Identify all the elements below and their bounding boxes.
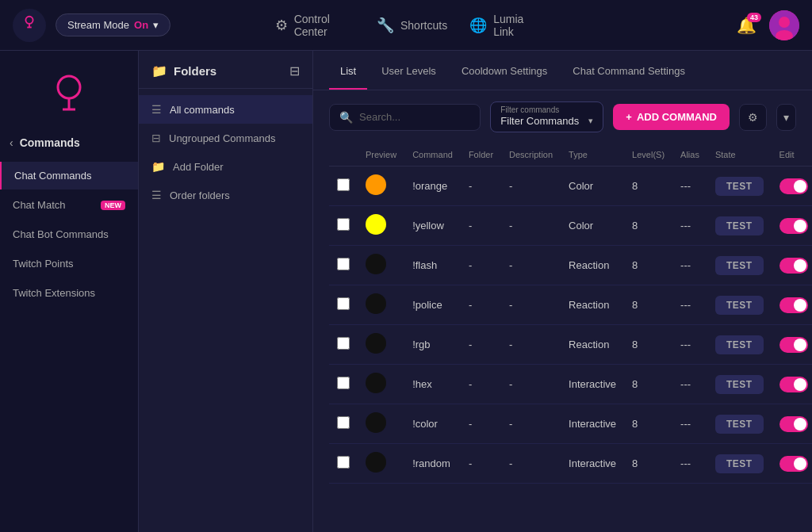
- logo-icon: [21, 14, 38, 36]
- chat-commands-label: Chat Commands: [14, 170, 92, 182]
- tab-cooldown-settings[interactable]: Cooldown Settings: [450, 51, 558, 90]
- edit-actions: ✏ ⋮: [779, 216, 812, 235]
- toggle-switch[interactable]: [779, 416, 808, 432]
- edit-button[interactable]: ✏: [810, 256, 812, 275]
- row-checkbox[interactable]: [337, 178, 350, 191]
- edit-button[interactable]: ✏: [810, 375, 812, 394]
- folder-item-order-folders[interactable]: ☰ Order folders: [139, 181, 312, 209]
- sidebar-item-chat-match[interactable]: Chat Match NEW: [0, 191, 138, 219]
- topnav-right: 🔔 43: [537, 10, 799, 40]
- toggle-switch[interactable]: [779, 377, 808, 392]
- row-checkbox[interactable]: [337, 258, 350, 270]
- edit-actions: ✏ ⋮: [779, 375, 812, 394]
- command-folder: -: [461, 325, 501, 365]
- svg-point-0: [25, 17, 33, 24]
- shortcuts-icon: 🔧: [377, 17, 394, 34]
- folder-item-add-folder[interactable]: 📁 Add Folder: [139, 152, 312, 181]
- edit-button[interactable]: ✏: [810, 335, 812, 354]
- expand-icon: ▾: [783, 111, 789, 124]
- test-button[interactable]: TEST: [715, 454, 764, 473]
- edit-button[interactable]: ✏: [810, 216, 812, 235]
- command-name: !rgb: [404, 325, 461, 365]
- row-checkbox[interactable]: [337, 337, 350, 350]
- sidebar-item-twitch-extensions[interactable]: Twitch Extensions: [0, 279, 138, 307]
- search-input[interactable]: [359, 111, 470, 123]
- preview-circle: [366, 174, 386, 195]
- folder-item-all-commands[interactable]: ☰ All commands: [139, 95, 312, 124]
- sidebar-logo: [0, 63, 138, 130]
- notifications-button[interactable]: 🔔 43: [737, 16, 756, 35]
- sidebar-back-nav[interactable]: ‹ Commands: [0, 130, 138, 155]
- ungrouped-label: Ungrouped Commands: [169, 132, 275, 144]
- row-checkbox[interactable]: [337, 297, 350, 310]
- table-row: !rgb - - Reaction 8 --- TEST ✏ ⋮: [329, 325, 812, 365]
- tab-list[interactable]: List: [329, 51, 367, 90]
- tab-user-levels[interactable]: User Levels: [370, 51, 447, 90]
- preview-circle: [366, 452, 386, 473]
- sidebar-item-chat-commands[interactable]: Chat Commands: [0, 162, 138, 189]
- edit-button[interactable]: ✏: [810, 415, 812, 434]
- test-button[interactable]: TEST: [715, 375, 764, 394]
- back-icon: ‹: [10, 136, 13, 149]
- collapse-sidebar-button[interactable]: ⊟: [289, 63, 300, 78]
- toggle-switch[interactable]: [779, 297, 808, 313]
- command-folder: -: [461, 246, 501, 285]
- edit-button[interactable]: ✏: [810, 177, 812, 196]
- command-description: -: [501, 206, 561, 246]
- topnav-center: ⚙ Control Center 🔧 Shortcuts 🌐 Lumia Lin…: [275, 13, 538, 38]
- add-command-button[interactable]: + ADD COMMAND: [613, 104, 730, 130]
- command-levels: 8: [624, 166, 672, 206]
- stream-mode-button[interactable]: Stream Mode On ▾: [56, 13, 170, 36]
- row-checkbox[interactable]: [337, 456, 350, 469]
- toggle-switch[interactable]: [779, 456, 808, 472]
- folder-item-ungrouped[interactable]: ⊟ Ungrouped Commands: [139, 124, 312, 152]
- col-levels: Level(s): [624, 144, 672, 166]
- commands-table: Preview Command Folder Description Type …: [329, 144, 812, 484]
- command-folder: -: [461, 166, 501, 206]
- shortcuts-nav[interactable]: 🔧 Shortcuts: [377, 17, 447, 34]
- control-center-nav[interactable]: ⚙ Control Center: [275, 13, 354, 38]
- avatar[interactable]: [769, 10, 799, 40]
- sidebar-item-chat-bot-commands[interactable]: Chat Bot Commands: [0, 220, 138, 248]
- sidebar-item-twitch-points[interactable]: Twitch Points: [0, 250, 138, 277]
- expand-button[interactable]: ▾: [776, 104, 796, 131]
- folders-title: 📁 Folders: [151, 63, 216, 78]
- test-button[interactable]: TEST: [715, 335, 764, 354]
- command-name: !yellow: [404, 206, 461, 246]
- lumia-link-icon: 🌐: [469, 17, 487, 34]
- toggle-switch[interactable]: [779, 178, 808, 194]
- control-center-icon: ⚙: [275, 17, 288, 34]
- col-checkbox: [329, 144, 358, 166]
- test-button[interactable]: TEST: [715, 256, 764, 275]
- order-icon: ☰: [151, 189, 162, 201]
- filter-dropdown[interactable]: Filter commands Filter Commands ▾: [490, 101, 603, 132]
- row-checkbox[interactable]: [337, 218, 350, 231]
- test-button[interactable]: TEST: [715, 415, 764, 434]
- table-container: Preview Command Folder Description Type …: [313, 144, 812, 532]
- toggle-switch[interactable]: [779, 218, 808, 234]
- edit-actions: ✏ ⋮: [779, 454, 812, 473]
- table-header-row: Preview Command Folder Description Type …: [329, 144, 812, 166]
- toolbar: 🔍 Filter commands Filter Commands ▾ + AD…: [313, 90, 812, 144]
- table-row: !orange - - Color 8 --- TEST ✏ ⋮: [329, 166, 812, 206]
- row-checkbox[interactable]: [337, 377, 350, 389]
- command-type: Color: [561, 166, 624, 206]
- settings-button[interactable]: ⚙: [739, 104, 767, 131]
- edit-button[interactable]: ✏: [810, 454, 812, 473]
- edit-button[interactable]: ✏: [810, 296, 812, 315]
- command-type: Interactive: [561, 444, 624, 484]
- test-button[interactable]: TEST: [715, 216, 764, 235]
- command-description: -: [501, 444, 561, 484]
- preview-circle: [366, 373, 386, 393]
- lumia-link-nav[interactable]: 🌐 Lumia Link: [469, 13, 537, 38]
- row-checkbox[interactable]: [337, 416, 350, 429]
- toggle-switch[interactable]: [779, 337, 808, 353]
- toggle-switch[interactable]: [779, 258, 808, 274]
- logo-button[interactable]: [13, 9, 46, 42]
- command-levels: 8: [624, 325, 672, 365]
- command-description: -: [501, 325, 561, 365]
- test-button[interactable]: TEST: [715, 296, 764, 315]
- test-button[interactable]: TEST: [715, 177, 764, 196]
- tab-chat-command-settings[interactable]: Chat Command Settings: [561, 51, 696, 90]
- command-levels: 8: [624, 365, 672, 404]
